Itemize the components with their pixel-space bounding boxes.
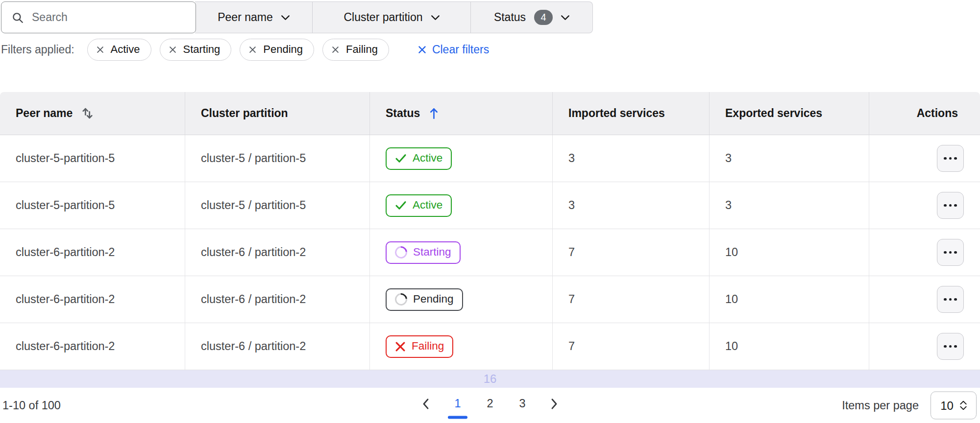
column-header-imported-services[interactable]: Imported services [553,92,710,135]
items-per-page: Items per page 10 [842,392,977,420]
close-icon[interactable] [97,46,104,53]
filter-dropdown-label: Cluster partition [343,11,422,24]
partial-row-text: 16 [484,372,497,386]
column-header-exported-services[interactable]: Exported services [710,92,869,135]
column-header-peer-name[interactable]: Peer name [0,92,185,135]
filter-chip-active[interactable]: Active [87,39,151,61]
row-actions-button[interactable] [937,239,964,266]
cell-cluster-partition: cluster-6 / partition-2 [185,229,370,276]
status-badge-label: Active [413,153,442,164]
filter-chip-label: Failing [346,43,378,56]
close-icon[interactable] [169,46,176,53]
row-actions-button[interactable] [937,286,964,313]
ellipsis-icon [944,345,957,348]
filter-dropdown-group: Peer name Cluster partition Status 4 [195,1,593,33]
sort-both-icon[interactable] [81,106,94,120]
column-header-status[interactable]: Status [370,92,553,135]
column-header-label: Status [386,107,420,120]
filter-dropdown-cluster-partition[interactable]: Cluster partition [313,2,471,33]
status-badge-active: Active [386,194,452,217]
status-filter-count-badge: 4 [534,10,553,25]
page-button-1[interactable]: 1 [446,393,469,414]
status-badge-starting: Starting [386,241,461,264]
row-actions-button[interactable] [937,192,964,219]
table-row: cluster-6-partition-2 cluster-6 / partit… [0,323,980,370]
cell-imported-services: 7 [553,229,710,276]
status-badge-pending: Pending [386,288,463,311]
filter-dropdown-label: Peer name [218,11,273,24]
clear-filters-button[interactable]: Clear filters [418,43,489,56]
ellipsis-icon [944,251,957,254]
spinner-icon [392,291,410,308]
cell-exported-services: 3 [710,135,869,182]
previous-page-button[interactable] [415,393,437,414]
cell-exported-services: 10 [710,276,869,323]
partial-table-row: 16 [0,370,980,388]
search-icon [11,11,24,24]
clear-filters-label: Clear filters [432,43,489,56]
page-button-3[interactable]: 3 [511,393,534,414]
ellipsis-icon [944,298,957,301]
cell-cluster-partition: cluster-6 / partition-2 [185,276,370,323]
cell-status: Active [370,182,553,229]
cell-actions [869,182,980,229]
column-header-actions: Actions [869,92,980,135]
page-button-2[interactable]: 2 [479,393,501,414]
items-per-page-select[interactable]: 10 [931,392,977,420]
cell-imported-services: 7 [553,276,710,323]
column-header-label: Imported services [568,107,665,120]
cell-exported-services: 10 [710,323,869,370]
pagination-pages: 1 2 3 [415,393,565,414]
status-badge-label: Failing [412,341,444,352]
filter-dropdown-peer-name[interactable]: Peer name [195,2,313,33]
chevron-right-icon [551,398,558,409]
cell-cluster-partition: cluster-5 / partition-5 [185,182,370,229]
cell-peer-name: cluster-6-partition-2 [0,229,185,276]
cell-status: Active [370,135,553,182]
cell-status: Failing [370,323,553,370]
filter-chip-label: Pending [263,43,303,56]
cell-exported-services: 10 [710,229,869,276]
column-header-label: Exported services [725,107,822,120]
next-page-button[interactable] [543,393,565,414]
column-header-label: Peer name [16,107,73,120]
ellipsis-icon [944,204,957,207]
cell-peer-name: cluster-5-partition-5 [0,182,185,229]
filters-applied-label: Filters applied: [1,43,74,56]
check-icon [395,153,407,164]
search-box[interactable] [1,1,196,33]
peers-table-page: Peer name Cluster partition Status 4 Fil… [0,0,980,423]
row-actions-button[interactable] [937,333,964,360]
row-actions-button[interactable] [937,145,964,172]
status-badge-label: Active [413,200,442,211]
applied-filters-bar: Filters applied: Active Starting Pending… [1,38,489,61]
search-input[interactable] [32,11,189,24]
chevron-left-icon [422,398,429,409]
filter-chip-label: Starting [183,43,220,56]
cell-status: Pending [370,276,553,323]
cell-actions [869,323,980,370]
column-header-cluster-partition[interactable]: Cluster partition [185,92,370,135]
sort-ascending-icon[interactable] [429,107,439,120]
filter-dropdown-status[interactable]: Status 4 [471,2,592,33]
column-header-label: Cluster partition [201,107,288,120]
cell-actions [869,135,980,182]
status-badge-active: Active [386,147,452,170]
status-badge-label: Pending [413,294,454,305]
close-icon[interactable] [332,46,339,53]
cell-peer-name: cluster-5-partition-5 [0,135,185,182]
spinner-icon [392,244,410,261]
filter-chip-label: Active [111,43,140,56]
filter-chip-starting[interactable]: Starting [160,39,232,61]
filter-chip-failing[interactable]: Failing [322,39,389,61]
cell-cluster-partition: cluster-6 / partition-2 [185,323,370,370]
table-row: cluster-6-partition-2 cluster-6 / partit… [0,276,980,323]
check-icon [395,200,407,211]
close-icon[interactable] [249,46,256,53]
cell-peer-name: cluster-6-partition-2 [0,323,185,370]
table-row: cluster-6-partition-2 cluster-6 / partit… [0,229,980,276]
cell-cluster-partition: cluster-5 / partition-5 [185,135,370,182]
chevron-down-icon [431,15,440,20]
close-icon [418,46,426,54]
filter-chip-pending[interactable]: Pending [240,39,314,61]
